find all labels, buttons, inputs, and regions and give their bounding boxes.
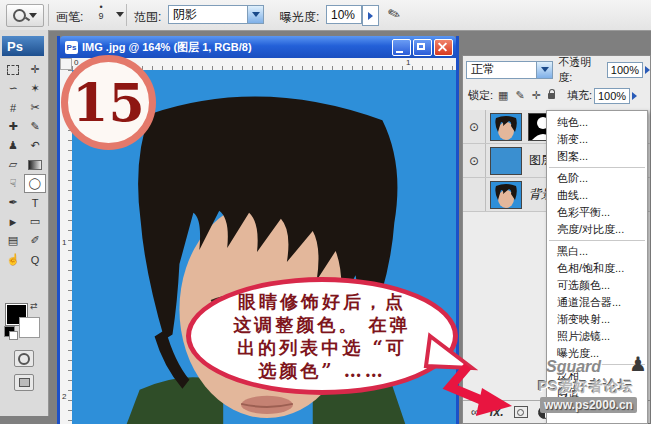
menu-item-levels[interactable]: 色阶...: [547, 170, 647, 187]
menu-item-brightness-contrast[interactable]: 亮度/对比度...: [547, 221, 647, 238]
tool-type[interactable]: T: [24, 193, 46, 212]
swap-colors-icon[interactable]: ⇄: [30, 301, 38, 311]
tool-preset-picker[interactable]: [6, 4, 44, 27]
chevron-down-icon: [29, 13, 37, 18]
magic-wand-icon: ✶: [30, 82, 39, 95]
menu-separator: [549, 364, 645, 365]
blend-mode-select[interactable]: 正常: [466, 61, 553, 79]
tool-lasso[interactable]: ∽: [2, 79, 24, 98]
menu-item-curves[interactable]: 曲线...: [547, 187, 647, 204]
tool-move[interactable]: ✛: [24, 60, 46, 79]
menu-item-hue-saturation[interactable]: 色相/饱和度...: [547, 260, 647, 277]
speech-bubble: 眼睛修饰好后，点 这调整颜色。 在弹 出的列表中选 “可 选颜色” ……: [186, 277, 458, 395]
bubble-line: 选颜色” ……: [258, 359, 386, 382]
tool-clone-stamp[interactable]: ♟: [2, 136, 24, 155]
lock-all-icon[interactable]: [548, 93, 555, 99]
options-bar: 画笔: • 9 范围: 阴影 曝光度: 10% ✎: [0, 0, 651, 31]
tool-eraser[interactable]: ▱: [2, 155, 24, 174]
tool-brush[interactable]: ✎: [24, 117, 46, 136]
divider: [48, 4, 49, 26]
close-button[interactable]: [434, 39, 453, 56]
tool-dodge[interactable]: ◯: [24, 174, 46, 193]
brush-size-value: 9: [98, 12, 103, 21]
tool-zoom[interactable]: Q: [24, 250, 46, 269]
fill-slider-icon[interactable]: [632, 92, 637, 100]
ps-logo: Ps: [2, 36, 44, 56]
layer-thumbnail[interactable]: [490, 181, 522, 209]
menu-item-invert[interactable]: 反相: [547, 367, 647, 384]
range-label: 范围:: [134, 9, 161, 26]
tool-eyedropper[interactable]: ✐: [24, 231, 46, 250]
tool-magic-wand[interactable]: ✶: [24, 79, 46, 98]
exposure-input[interactable]: 10%: [326, 5, 362, 24]
menu-item-photo-filter[interactable]: 照片滤镜...: [547, 328, 647, 345]
lock-pixels-icon[interactable]: ✎: [515, 89, 524, 102]
menu-item-solid-color[interactable]: 纯色...: [547, 114, 647, 131]
tool-pen[interactable]: ✒: [2, 193, 24, 212]
menu-item-color-balance[interactable]: 色彩平衡...: [547, 204, 647, 221]
step-number-badge: 15: [61, 55, 156, 150]
healing-brush-icon: ✚: [8, 120, 17, 133]
tool-healing-brush[interactable]: ✚: [2, 117, 24, 136]
shape-icon: ▭: [30, 215, 40, 228]
tool-hand[interactable]: ☝: [2, 250, 24, 269]
dodge-icon: ◯: [29, 177, 41, 190]
menu-item-channel-mixer[interactable]: 通道混合器...: [547, 294, 647, 311]
brush-size-picker[interactable]: • 9: [88, 3, 114, 27]
layer-thumbnail[interactable]: [490, 147, 522, 175]
tool-slice[interactable]: ✂: [24, 98, 46, 117]
tool-path-selection[interactable]: ►: [2, 212, 24, 231]
chevron-down-icon[interactable]: [536, 62, 552, 78]
tool-notes[interactable]: ▤: [2, 231, 24, 250]
menu-item-pattern[interactable]: 图案...: [547, 148, 647, 165]
tool-smudge[interactable]: ☟: [2, 174, 24, 193]
visibility-eye-icon[interactable]: ⊙: [463, 144, 486, 177]
tool-crop[interactable]: #: [2, 98, 24, 117]
exposure-slider-button[interactable]: [362, 5, 379, 26]
airbrush-icon[interactable]: ✎: [386, 3, 404, 24]
lock-transparency-icon[interactable]: ▦: [498, 89, 508, 102]
tool-shape[interactable]: ▭: [24, 212, 46, 231]
minimize-button[interactable]: [392, 39, 411, 56]
menu-item-gradient-map[interactable]: 渐变映射...: [547, 311, 647, 328]
visibility-eye-icon-empty[interactable]: [463, 178, 486, 211]
eyedropper-icon: ✐: [30, 234, 39, 247]
exposure-value: 10%: [331, 8, 355, 22]
range-select[interactable]: 阴影: [168, 5, 264, 24]
bubble-line: 眼睛修饰好后，点: [238, 290, 406, 313]
menu-item-threshold[interactable]: 阈值: [547, 384, 647, 401]
tool-history-brush[interactable]: ↶: [24, 136, 46, 155]
chevron-down-icon[interactable]: [116, 12, 124, 17]
menu-item-gradient[interactable]: 渐变...: [547, 131, 647, 148]
visibility-eye-icon[interactable]: ⊙: [463, 110, 486, 143]
clone-stamp-icon: ♟: [8, 139, 18, 152]
background-color-swatch[interactable]: [19, 317, 40, 338]
toolbox: Ps ✛ ∽ ✶ # ✂ ✚ ✎ ♟ ↶ ▱ ☟ ◯ ✒ T ► ▭ ▤ ✐ ☝…: [0, 30, 49, 416]
menu-separator: [549, 240, 645, 241]
screen-mode-button[interactable]: [14, 374, 34, 391]
menu-separator: [549, 167, 645, 168]
lock-position-icon[interactable]: ✛: [532, 89, 541, 102]
quick-mask-button[interactable]: [14, 350, 34, 367]
menu-item-exposure[interactable]: 曝光度...: [547, 345, 647, 362]
maximize-button[interactable]: [413, 39, 432, 56]
zoom-icon: Q: [31, 254, 40, 266]
marquee-icon: [7, 65, 19, 75]
layer-thumbnail[interactable]: [490, 113, 522, 141]
menu-item-black-white[interactable]: 黑白...: [547, 243, 647, 260]
history-brush-icon: ↶: [30, 139, 39, 152]
document-titlebar[interactable]: Ps IMG .jpg @ 164% (图层 1, RGB/8): [60, 36, 456, 58]
opacity-value[interactable]: 100%: [607, 62, 643, 78]
opacity-slider-icon[interactable]: [645, 66, 650, 74]
fill-value[interactable]: 100%: [594, 88, 630, 104]
chevron-down-icon[interactable]: [247, 6, 263, 23]
exposure-label: 曝光度:: [280, 9, 319, 26]
opacity-label: 不透明度:: [558, 55, 605, 85]
menu-item-selective-color[interactable]: 可选颜色...: [547, 277, 647, 294]
default-colors-icon[interactable]: [4, 326, 15, 337]
notes-icon: ▤: [8, 234, 18, 247]
tool-gradient[interactable]: [24, 155, 46, 174]
ruler-number: 2: [62, 392, 66, 401]
tool-rectangular-marquee[interactable]: [2, 60, 24, 79]
lasso-icon: ∽: [8, 82, 17, 95]
